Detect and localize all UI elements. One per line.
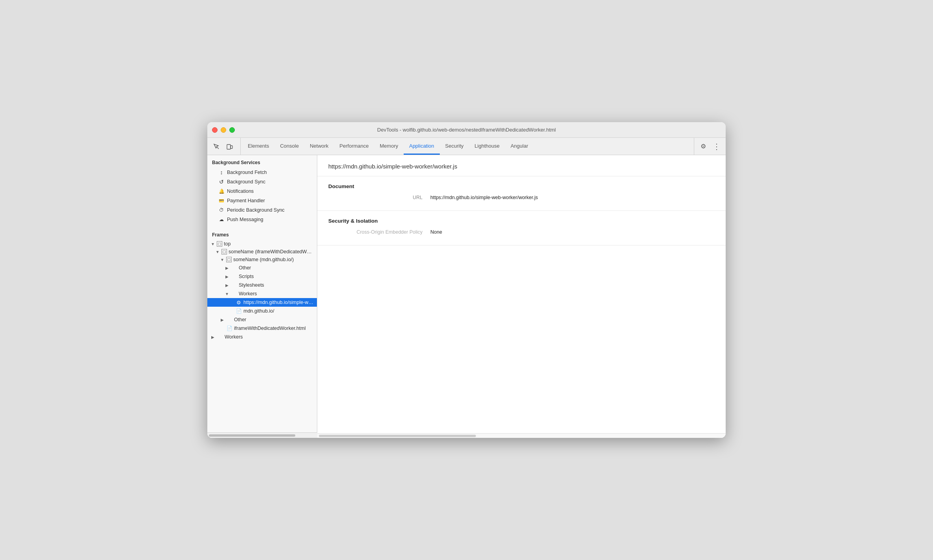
- workers-root-arrow: ▶: [210, 335, 215, 339]
- inspect-element-button[interactable]: [210, 141, 222, 152]
- toolbar-right: ⚙ ⋮: [694, 138, 723, 155]
- tree-item-someName-iframe[interactable]: ▼ □ someName (iframeWithDedicatedWorker.…: [207, 248, 317, 256]
- somename-mdn-arrow: ▼: [220, 258, 225, 262]
- tabs-container: Elements Console Network Performance Mem…: [242, 138, 692, 155]
- main-area: Background Services ↕ Background Fetch ↺…: [207, 155, 726, 438]
- somename-mdn-label: someName (mdn.github.io/): [233, 257, 294, 262]
- sidebar-item-label: Periodic Background Sync: [227, 207, 285, 213]
- background-sync-icon: ↺: [218, 179, 225, 185]
- security-isolation-section: Security & Isolation Cross-Origin Embedd…: [317, 211, 726, 245]
- workers-icon: [231, 291, 237, 297]
- workers-label: Workers: [239, 291, 257, 296]
- other2-arrow: ▶: [220, 318, 225, 322]
- titlebar: DevTools - wolfib.github.io/web-demos/ne…: [207, 122, 726, 138]
- sidebar-item-background-sync[interactable]: ↺ Background Sync: [207, 177, 317, 187]
- stylesheets-icon: [231, 282, 237, 288]
- tab-console[interactable]: Console: [274, 138, 304, 155]
- tab-elements[interactable]: Elements: [242, 138, 274, 155]
- stylesheets-arrow: ▶: [225, 283, 229, 287]
- mdn-file-label: mdn.github.io/: [243, 308, 274, 314]
- periodic-sync-icon: ⏱: [218, 207, 225, 213]
- sidebar-item-background-fetch[interactable]: ↕ Background Fetch: [207, 168, 317, 177]
- push-messaging-icon: ☁: [218, 216, 225, 223]
- tree-item-top[interactable]: ▼ □ top: [207, 240, 317, 248]
- other1-arrow: ▶: [225, 266, 229, 270]
- tree-item-someName-mdn[interactable]: ▼ □ someName (mdn.github.io/): [207, 256, 317, 264]
- tree-item-mdn-file[interactable]: 📄 mdn.github.io/: [207, 307, 317, 315]
- tab-application[interactable]: Application: [404, 138, 440, 155]
- other1-label: Other: [239, 265, 251, 271]
- device-toggle-button[interactable]: [224, 141, 236, 152]
- scripts-arrow: ▶: [225, 275, 229, 279]
- more-button[interactable]: ⋮: [711, 141, 723, 152]
- sidebar-item-label: Notifications: [227, 188, 254, 194]
- coep-label: Cross-Origin Embedder Policy: [328, 229, 430, 235]
- somename-iframe-label: someName (iframeWithDedicatedWorker.html…: [229, 249, 314, 254]
- document-section: Document URL https://mdn.github.io/simpl…: [317, 176, 726, 211]
- security-isolation-title: Security & Isolation: [328, 218, 715, 224]
- tree-item-worker-url[interactable]: ⚙ https://mdn.github.io/simple-web-worke…: [207, 298, 317, 307]
- tree-item-other2[interactable]: ▶ Other: [207, 315, 317, 324]
- tree-item-iframe-file[interactable]: 📄 iframeWithDedicatedWorker.html: [207, 324, 317, 333]
- sidebar-item-label: Background Fetch: [227, 170, 267, 175]
- tab-memory[interactable]: Memory: [374, 138, 404, 155]
- scripts-label: Scripts: [239, 274, 254, 279]
- minimize-button[interactable]: [221, 127, 226, 133]
- close-button[interactable]: [212, 127, 218, 133]
- tree-item-workers-root[interactable]: ▶ Workers: [207, 333, 317, 341]
- tree-item-other1[interactable]: ▶ Other: [207, 264, 317, 272]
- tree-item-scripts[interactable]: ▶ Scripts: [207, 272, 317, 281]
- sidebar-item-label: Background Sync: [227, 179, 265, 185]
- fullscreen-button[interactable]: [229, 127, 235, 133]
- iframe-file-icon: 📄: [226, 325, 232, 331]
- somename-iframe-arrow: ▼: [215, 250, 220, 254]
- tree-item-stylesheets[interactable]: ▶ Stylesheets: [207, 281, 317, 289]
- sidebar-item-payment-handler[interactable]: 💳 Payment Handler: [207, 196, 317, 205]
- payment-handler-icon: 💳: [218, 198, 225, 204]
- notifications-icon: 🔔: [218, 188, 225, 194]
- toolbar-icons: [210, 138, 241, 155]
- tab-lighthouse[interactable]: Lighthouse: [469, 138, 505, 155]
- tab-angular[interactable]: Angular: [505, 138, 534, 155]
- workers-root-icon: [217, 334, 223, 340]
- document-section-title: Document: [328, 183, 715, 189]
- iframe-file-label: iframeWithDedicatedWorker.html: [234, 326, 306, 331]
- svg-line-0: [217, 147, 219, 149]
- workers-root-label: Workers: [225, 334, 243, 340]
- other2-icon: [226, 317, 232, 323]
- toolbar: Elements Console Network Performance Mem…: [207, 138, 726, 155]
- window-title: DevTools - wolfib.github.io/web-demos/ne…: [377, 127, 556, 133]
- sidebar-item-push-messaging[interactable]: ☁ Push Messaging: [207, 215, 317, 224]
- sidebar-item-label: Payment Handler: [227, 198, 265, 203]
- top-frame-icon: □: [217, 241, 222, 247]
- worker-gear-icon: ⚙: [236, 299, 242, 306]
- somename-iframe-icon: □: [221, 249, 227, 254]
- more-icon: ⋮: [713, 143, 721, 150]
- document-url-label: URL: [328, 195, 430, 200]
- tab-security[interactable]: Security: [440, 138, 469, 155]
- horizontal-scrollbar[interactable]: [317, 433, 726, 438]
- somename-mdn-icon: □: [226, 257, 232, 262]
- sidebar-item-label: Push Messaging: [227, 217, 263, 222]
- tab-performance[interactable]: Performance: [334, 138, 374, 155]
- svg-rect-1: [227, 145, 231, 149]
- scrollbar-thumb: [319, 435, 476, 437]
- sidebar-item-periodic-bg-sync[interactable]: ⏱ Periodic Background Sync: [207, 205, 317, 215]
- devtools-window: DevTools - wolfib.github.io/web-demos/ne…: [207, 122, 726, 438]
- tree-item-workers-group[interactable]: ▼ Workers: [207, 289, 317, 298]
- coep-value: None: [430, 229, 442, 235]
- mdn-file-icon: 📄: [236, 308, 242, 314]
- sidebar-item-notifications[interactable]: 🔔 Notifications: [207, 187, 317, 196]
- document-url-value: https://mdn.github.io/simple-web-worker/…: [430, 195, 538, 200]
- sidebar: Background Services ↕ Background Fetch ↺…: [207, 155, 317, 438]
- horizontal-scrollbar-area: [317, 433, 726, 438]
- traffic-lights: [212, 127, 235, 133]
- settings-button[interactable]: ⚙: [697, 141, 709, 152]
- top-arrow: ▼: [210, 242, 215, 246]
- worker-url-label: https://mdn.github.io/simple-web-worker: [243, 300, 314, 305]
- coep-row: Cross-Origin Embedder Policy None: [328, 229, 715, 235]
- frames-title: Frames: [207, 227, 317, 240]
- sidebar-scrollbar[interactable]: [207, 432, 317, 438]
- tab-network[interactable]: Network: [304, 138, 334, 155]
- scripts-icon: [231, 273, 237, 280]
